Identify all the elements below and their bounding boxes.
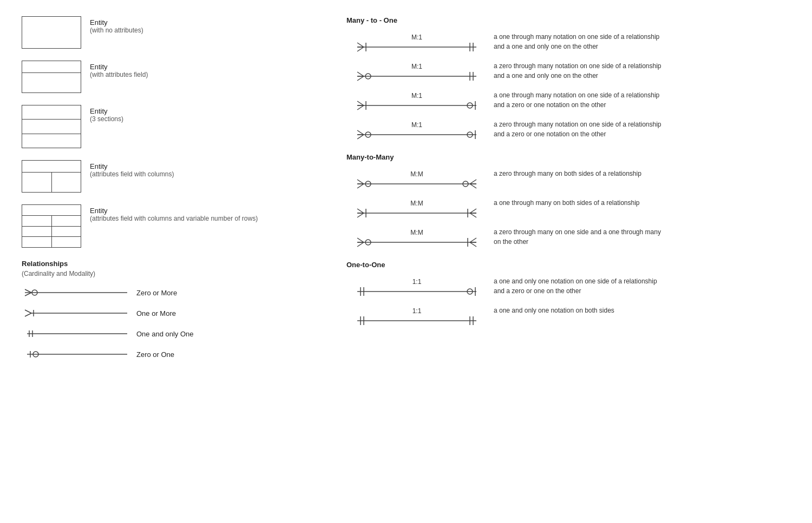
rel-line-zero-or-more [22, 286, 130, 299]
mm-notation-2: M:M [346, 198, 487, 220]
one-to-one-title: One-to-One [346, 261, 790, 269]
notation-one-and-only-one [22, 327, 130, 340]
entity-label-multirow: Entity (attributes field with columns an… [90, 204, 258, 222]
entity-section-3 [22, 134, 81, 148]
svg-text:1:1: 1:1 [412, 278, 422, 286]
entity-subtitle-attrs: (with attributes field) [90, 71, 148, 78]
oo-line-1: 1:1 [346, 276, 487, 298]
svg-line-7 [25, 313, 31, 316]
relationships-title: Relationships [22, 260, 336, 268]
svg-line-34 [357, 105, 364, 110]
rel-item-one-or-more: One or More [22, 307, 336, 320]
rel-item-one-and-only-one: One and only One [22, 327, 336, 340]
svg-line-25 [357, 72, 364, 76]
entity-col-2 [52, 173, 81, 192]
svg-line-49 [357, 180, 364, 184]
m1-notation-4: M:1 [346, 120, 487, 141]
entity-label-3sections: Entity (3 sections) [90, 105, 123, 123]
m1-notation-2: M:1 [346, 61, 487, 83]
entity-multirow-col-6 [52, 237, 81, 247]
entity-title-multirow: Entity [90, 207, 258, 215]
m1-desc-3: a one through many notation on one side … [494, 90, 667, 110]
mm-line-2: M:M [346, 198, 487, 220]
entity-box-cols-body [22, 173, 81, 192]
svg-line-70 [357, 242, 364, 247]
entity-item-simple: Entity (with no attributes) [22, 16, 336, 49]
relationships-section: Relationships (Cardinality and Modality) [22, 260, 336, 361]
rel-item-zero-or-one: Zero or One [22, 348, 336, 361]
mm-item-3: M:M a zero through many on on [346, 227, 790, 249]
notation-one-or-more [22, 307, 130, 320]
mm-desc-2: a one through many on both sides of a re… [494, 198, 640, 208]
mm-line-1: M:M [346, 169, 487, 190]
entity-box-attrs-header [22, 61, 81, 73]
entity-col-1 [22, 173, 52, 192]
entity-multirow-body [22, 216, 81, 247]
m1-desc-2: a zero through many notation on one side… [494, 61, 667, 81]
notation-zero-or-one [22, 348, 130, 361]
svg-line-74 [470, 242, 476, 247]
many-to-one-section: Many - to - One M:1 [346, 16, 790, 141]
m1-line-3: M:1 [346, 90, 487, 112]
rel-label-zero-or-more: Zero or More [136, 289, 177, 297]
svg-line-26 [357, 76, 364, 81]
svg-text:M:1: M:1 [411, 34, 422, 41]
entity-box-multirow [22, 204, 81, 248]
mm-notation-3: M:M [346, 227, 487, 249]
entity-label-attrs: Entity (with attributes field) [90, 61, 148, 78]
m1-desc-1: a one through many notation on one side … [494, 32, 667, 51]
svg-line-42 [357, 135, 364, 139]
entity-item-attrs: Entity (with attributes field) [22, 61, 336, 93]
svg-line-63 [470, 209, 476, 213]
entity-multirow-col-4 [52, 227, 81, 237]
rel-line-one-and-only-one [22, 327, 130, 340]
entity-multirow-col-3 [22, 227, 52, 237]
entity-label-simple: Entity (with no attributes) [90, 16, 143, 34]
entity-title-3sections: Entity [90, 107, 123, 115]
entity-title-simple: Entity [90, 18, 143, 27]
svg-line-2 [25, 293, 31, 296]
svg-text:M:1: M:1 [411, 92, 422, 100]
rel-line-one-or-more [22, 307, 130, 320]
many-to-many-section: Many-to-Many M:M [346, 153, 790, 249]
entity-box-attrs [22, 61, 81, 93]
svg-line-73 [470, 238, 476, 242]
mm-notation-1: M:M [346, 169, 487, 190]
m1-item-3: M:1 a one through many notation on one s… [346, 90, 790, 112]
entity-multirow-col-5 [22, 237, 52, 247]
mm-desc-1: a zero through many on both sides of a r… [494, 169, 641, 178]
m1-line-1: M:1 [346, 32, 487, 54]
svg-line-18 [357, 47, 364, 51]
oo-item-2: 1:1 a one and only one notation on both … [346, 306, 790, 327]
entity-multirow-col-2 [52, 216, 81, 226]
entity-subtitle-multirow: (attributes field with columns and varia… [90, 215, 258, 222]
page-layout: Entity (with no attributes) Entity (with… [22, 16, 790, 368]
svg-text:M:M: M:M [410, 170, 423, 178]
entity-box-cols [22, 160, 81, 193]
mm-item-1: M:M a zero through many on bo [346, 169, 790, 190]
entity-subtitle-simple: (with no attributes) [90, 27, 143, 34]
svg-line-50 [357, 184, 364, 188]
svg-line-41 [357, 130, 364, 135]
entity-title-attrs: Entity [90, 63, 148, 71]
entity-multirow-row-3 [22, 237, 81, 247]
entity-box-3sections [22, 105, 81, 148]
rel-item-zero-or-more: Zero or More [22, 286, 336, 299]
m1-notation-3: M:1 [346, 90, 487, 112]
entity-item-3sections: Entity (3 sections) [22, 105, 336, 148]
svg-line-53 [470, 180, 476, 184]
svg-text:1:1: 1:1 [412, 307, 422, 315]
oo-item-1: 1:1 a one and only one notation on one s… [346, 276, 790, 298]
entity-multirow-row-1 [22, 216, 81, 227]
m1-notation-1: M:1 [346, 32, 487, 54]
many-to-one-title: Many - to - One [346, 16, 790, 24]
svg-text:M:M: M:M [410, 200, 423, 207]
m1-item-4: M:1 a zero through many notation on one … [346, 120, 790, 141]
rel-label-one-or-more: One or More [136, 309, 176, 317]
entity-box-simple [22, 16, 81, 49]
oo-desc-1: a one and only one notation on one side … [494, 276, 667, 296]
oo-desc-2: a one and only one notation on both side… [494, 306, 614, 315]
right-column: Many - to - One M:1 [336, 16, 790, 368]
oo-notation-1: 1:1 [346, 276, 487, 298]
oo-line-2: 1:1 [346, 306, 487, 327]
